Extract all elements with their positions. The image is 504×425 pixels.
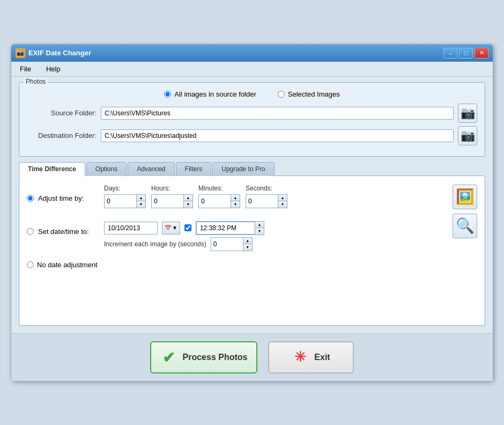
tab-bar: Time Difference Options Advanced Filters… — [19, 162, 485, 176]
window-title: EXIF Date Changer — [28, 49, 91, 57]
time-fields: Days: ▲ ▼ — [104, 185, 287, 208]
date-input[interactable] — [104, 222, 158, 235]
time-input[interactable] — [196, 222, 255, 235]
tab-upgrade[interactable]: Upgrade to Pro — [212, 162, 274, 176]
seconds-input[interactable] — [246, 195, 278, 208]
menu-file[interactable]: File — [17, 64, 34, 74]
minutes-field: Minutes: ▲ ▼ — [198, 185, 240, 208]
source-folder-browse-button[interactable]: 📷 — [458, 104, 477, 123]
dest-folder-browse-button[interactable]: 📷 — [458, 126, 477, 145]
preview-button[interactable]: 🔍 — [453, 214, 477, 238]
time-checkbox[interactable] — [184, 224, 191, 231]
tab-advanced[interactable]: Advanced — [128, 162, 174, 176]
hours-down-button[interactable]: ▼ — [184, 201, 192, 208]
days-field: Days: ▲ ▼ — [104, 185, 146, 208]
calendar-icon: 📅 — [165, 225, 171, 231]
adjust-time-label: Adjust time by: — [38, 194, 84, 202]
source-folder-label: Source Folder: — [27, 109, 97, 117]
minutes-up-button[interactable]: ▲ — [231, 195, 240, 201]
maximize-button[interactable]: □ — [459, 48, 473, 58]
adjust-time-option[interactable]: Adjust time by: — [27, 185, 97, 202]
date-picker-button[interactable]: 📅 ▼ — [162, 222, 180, 235]
tab-time-difference[interactable]: Time Difference — [19, 162, 85, 176]
days-down-button[interactable]: ▼ — [137, 201, 145, 208]
tabs-container: Time Difference Options Advanced Filters… — [19, 162, 485, 326]
close-button[interactable]: ✕ — [475, 48, 488, 58]
title-bar-left: 📷 EXIF Date Changer — [16, 48, 91, 58]
hours-input[interactable] — [152, 195, 184, 208]
tab-panel-right: 🖼️ 🔍 — [453, 185, 477, 269]
apply-time-icon: 🖼️ — [456, 188, 475, 206]
photos-group-label: Photos — [24, 78, 48, 85]
days-up-button[interactable]: ▲ — [137, 195, 145, 201]
content-area: Photos All images in source folder Selec… — [11, 77, 493, 333]
increment-label: Increment each image by (seconds) — [104, 240, 206, 248]
no-adjust-option[interactable]: No date adjustment — [27, 261, 98, 269]
set-datetime-radio[interactable] — [27, 228, 34, 235]
menu-help[interactable]: Help — [43, 64, 64, 74]
time-spinner: ▲ ▼ — [196, 221, 264, 235]
seconds-spinner: ▲ ▼ — [246, 194, 287, 208]
minutes-input[interactable] — [199, 195, 231, 208]
all-images-label: All images in source folder — [174, 90, 256, 98]
dest-folder-icon: 📷 — [461, 129, 475, 143]
seconds-down-button[interactable]: ▼ — [278, 201, 287, 208]
increment-down-button[interactable]: ▼ — [243, 244, 252, 251]
no-adjust-row: No date adjustment — [27, 261, 447, 269]
minimize-button[interactable]: – — [443, 48, 457, 58]
days-input[interactable] — [105, 195, 137, 208]
minutes-spinner: ▲ ▼ — [198, 194, 240, 208]
title-bar: 📷 EXIF Date Changer – □ ✕ — [11, 45, 493, 62]
increment-spinner-buttons: ▲ ▼ — [243, 238, 252, 251]
minutes-spinner-buttons: ▲ ▼ — [231, 195, 240, 208]
time-up-button[interactable]: ▲ — [255, 222, 264, 228]
minutes-down-button[interactable]: ▼ — [231, 201, 240, 208]
app-icon: 📷 — [16, 48, 25, 58]
source-folder-input[interactable] — [101, 107, 454, 120]
time-spinner-buttons: ▲ ▼ — [255, 222, 264, 235]
tab-options[interactable]: Options — [86, 162, 127, 176]
hours-field: Hours: ▲ ▼ — [151, 185, 193, 208]
selected-images-option[interactable]: Selected Images — [278, 90, 340, 98]
source-folder-icon: 📷 — [461, 106, 475, 120]
image-selection-row: All images in source folder Selected Ima… — [27, 90, 477, 98]
set-datetime-row: Set date/time to: 📅 ▼ — [27, 218, 447, 251]
bottom-bar: ✔ Process Photos ✳ Exit — [11, 333, 493, 381]
apply-time-button[interactable]: 🖼️ — [453, 185, 477, 209]
hours-spinner: ▲ ▼ — [151, 194, 193, 208]
exit-button[interactable]: ✳ Exit — [268, 341, 354, 373]
increment-row: Increment each image by (seconds) ▲ ▼ — [104, 237, 264, 251]
title-bar-buttons: – □ ✕ — [443, 48, 488, 58]
hours-label: Hours: — [151, 185, 170, 192]
tab-panel-inner: Adjust time by: Days: ▲ ▼ — [27, 185, 477, 269]
tab-panel-left: Adjust time by: Days: ▲ ▼ — [27, 185, 447, 269]
process-check-icon: ✔ — [160, 349, 177, 366]
source-folder-row: Source Folder: 📷 — [27, 104, 477, 123]
process-photos-label: Process Photos — [183, 353, 248, 362]
process-photos-button[interactable]: ✔ Process Photos — [150, 341, 257, 373]
dest-folder-input[interactable] — [101, 129, 454, 142]
selected-images-radio[interactable] — [278, 91, 285, 98]
seconds-spinner-buttons: ▲ ▼ — [278, 195, 287, 208]
time-down-button[interactable]: ▼ — [255, 228, 264, 235]
exit-spinner-icon: ✳ — [292, 349, 309, 366]
seconds-up-button[interactable]: ▲ — [278, 195, 287, 201]
all-images-radio[interactable] — [164, 91, 171, 98]
main-window: 📷 EXIF Date Changer – □ ✕ File Help Phot… — [11, 44, 493, 382]
set-datetime-content: 📅 ▼ ▲ ▼ — [104, 218, 264, 251]
increment-input[interactable] — [211, 238, 243, 251]
increment-spinner: ▲ ▼ — [211, 237, 253, 251]
preview-icon: 🔍 — [456, 217, 475, 235]
hours-spinner-buttons: ▲ ▼ — [184, 195, 192, 208]
adjust-time-radio[interactable] — [27, 195, 34, 202]
adjust-time-row: Adjust time by: Days: ▲ ▼ — [27, 185, 447, 208]
tab-filters[interactable]: Filters — [176, 162, 212, 176]
hours-up-button[interactable]: ▲ — [184, 195, 192, 201]
seconds-field: Seconds: ▲ ▼ — [246, 185, 287, 208]
no-adjust-radio[interactable] — [27, 261, 34, 268]
all-images-option[interactable]: All images in source folder — [164, 90, 256, 98]
set-datetime-option[interactable]: Set date/time to: — [27, 218, 97, 236]
minutes-label: Minutes: — [198, 185, 223, 192]
increment-up-button[interactable]: ▲ — [243, 238, 252, 244]
days-spinner: ▲ ▼ — [104, 194, 146, 208]
